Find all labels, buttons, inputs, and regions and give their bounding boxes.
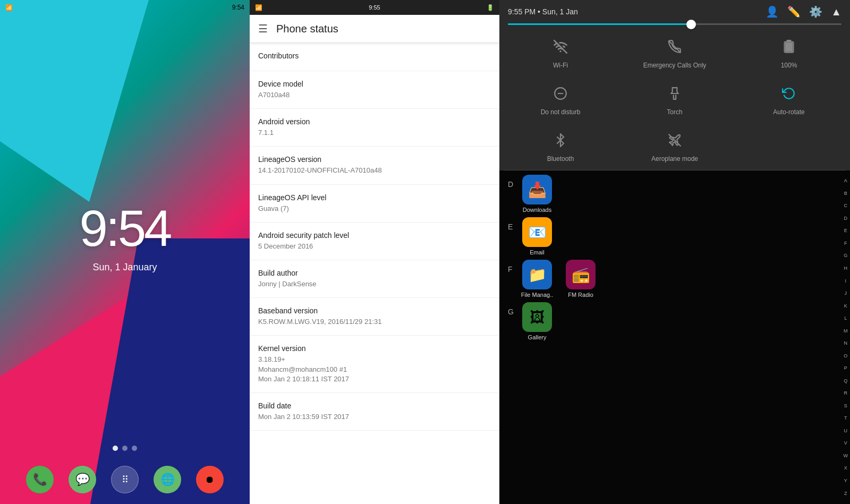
- alpha-Q[interactable]: Q: [844, 379, 847, 383]
- alpha-T[interactable]: T: [844, 416, 847, 421]
- alpha-Y[interactable]: Y: [844, 479, 847, 483]
- lock-dock: 📞 💬 ⠿ 🌐 ⏺: [26, 466, 224, 493]
- app-icon: 📥: [522, 175, 552, 204]
- qs-collapse-icon[interactable]: ▲: [831, 6, 842, 18]
- alpha-C[interactable]: C: [844, 203, 848, 208]
- wifi-icon: [554, 40, 567, 57]
- app-item[interactable]: 📧 Email: [518, 217, 556, 255]
- app-icon: 📻: [566, 260, 596, 289]
- app-section-F: F 📁 File Manag.. 📻 FM Radio: [508, 260, 842, 298]
- quick-settings-panel: 9:55 PM • Sun, 1 Jan 👤 ✏️ ⚙️ ▲ Wi-Fi Eme…: [499, 0, 850, 504]
- dock-messages[interactable]: 💬: [69, 466, 96, 493]
- status-item: Build author Jonny | DarkSense: [250, 260, 499, 298]
- status-item: Build date Mon Jan 2 10:13:59 IST 2017: [250, 393, 499, 431]
- alpha-L[interactable]: L: [844, 316, 847, 321]
- app-item[interactable]: 📻 FM Radio: [562, 260, 599, 298]
- qs-tiles-grid: Wi-Fi Emergency Calls Only 100% Do not d…: [499, 30, 850, 170]
- lock-dot-3: [132, 446, 137, 451]
- brightness-thumb[interactable]: [686, 20, 696, 29]
- alpha-E[interactable]: E: [844, 228, 847, 233]
- status-item-label: Kernel version: [258, 344, 491, 353]
- app-name: Email: [530, 249, 545, 255]
- status-item-label: Device model: [258, 80, 491, 88]
- bluetooth-icon: [554, 133, 567, 151]
- status-item-label: LineageOS API level: [258, 193, 491, 202]
- status-item-value: 7.1.1: [258, 128, 491, 138]
- bluetooth-label: Bluetooth: [547, 155, 574, 163]
- alpha-F[interactable]: F: [844, 241, 847, 246]
- app-name: File Manag..: [521, 292, 554, 298]
- dock-phone[interactable]: 📞: [26, 466, 54, 493]
- autorotate-label: Auto-rotate: [773, 108, 804, 116]
- alpha-U[interactable]: U: [844, 429, 848, 433]
- alpha-G[interactable]: G: [844, 253, 847, 258]
- alpha-O[interactable]: O: [844, 354, 847, 358]
- qs-tile-autorotate[interactable]: Auto-rotate: [732, 77, 846, 123]
- qs-settings-icon[interactable]: ⚙️: [809, 5, 822, 18]
- alpha-H[interactable]: H: [844, 266, 848, 271]
- qs-tile-aeroplane[interactable]: Aeroplane mode: [618, 124, 732, 170]
- brightness-slider-fill: [508, 23, 691, 25]
- status-item-label: Contributors: [258, 52, 491, 60]
- lock-geo-dark: [90, 238, 250, 504]
- status-item-value: 5 December 2016: [258, 242, 491, 251]
- alpha-Z[interactable]: Z: [844, 491, 847, 496]
- qs-tile-emergency[interactable]: Emergency Calls Only: [618, 30, 732, 76]
- alpha-J[interactable]: J: [845, 291, 847, 296]
- torch-label: Torch: [667, 108, 682, 116]
- alpha-A[interactable]: A: [844, 178, 847, 183]
- autorotate-icon: [782, 87, 796, 104]
- alpha-I[interactable]: I: [845, 279, 846, 284]
- dnd-label: Do not disturb: [541, 108, 581, 116]
- lock-geo-teal: [0, 0, 149, 202]
- alpha-bar: ABCDEFGHIJKLMNOPQRSTUVWXYZ: [844, 170, 848, 504]
- qs-tile-bluetooth[interactable]: Bluetooth: [504, 124, 617, 170]
- phone-status-title: Phone status: [276, 23, 338, 35]
- qs-tile-wifi[interactable]: Wi-Fi: [504, 30, 617, 76]
- dnd-icon: [554, 87, 567, 104]
- alpha-B[interactable]: B: [844, 191, 847, 196]
- torch-icon: [668, 87, 682, 104]
- alpha-P[interactable]: P: [844, 366, 847, 371]
- svg-rect-5: [785, 42, 793, 52]
- app-item[interactable]: 🖼 Gallery: [518, 302, 556, 340]
- phone-status-panel: 📶 9:55 🔋 ☰ Phone status Contributors Dev…: [250, 0, 499, 504]
- status-item-label: Android version: [258, 117, 491, 126]
- dock-browser[interactable]: 🌐: [154, 466, 181, 493]
- qs-brightness[interactable]: [499, 21, 850, 30]
- lock-status-left-icons: 📶: [5, 4, 13, 11]
- qs-edit-icon[interactable]: ✏️: [787, 5, 801, 18]
- aeroplane-icon: [668, 133, 682, 151]
- qs-header-icons: 👤 ✏️ ⚙️ ▲: [766, 5, 842, 18]
- qs-tile-torch[interactable]: Torch: [618, 77, 732, 123]
- app-item[interactable]: 📥 Downloads: [518, 175, 556, 213]
- alpha-N[interactable]: N: [844, 341, 848, 346]
- status-item-label: Baseband version: [258, 306, 491, 315]
- dock-apps[interactable]: ⠿: [111, 466, 139, 493]
- alpha-V[interactable]: V: [844, 441, 847, 446]
- status-item: Kernel version 3.18.19+ Mohancm@mohancm1…: [250, 336, 499, 393]
- qs-account-icon[interactable]: 👤: [766, 5, 779, 18]
- alpha-D[interactable]: D: [844, 216, 848, 221]
- topbar-status-icons-left: 📶: [255, 4, 262, 11]
- brightness-slider-track[interactable]: [508, 23, 842, 25]
- qs-tile-battery[interactable]: 100%: [732, 30, 846, 76]
- alpha-X[interactable]: X: [844, 466, 847, 471]
- lock-status-right: 9:54: [232, 4, 244, 11]
- signal-icon: 📶: [5, 4, 13, 11]
- alpha-K[interactable]: K: [844, 304, 847, 309]
- dock-record[interactable]: ⏺: [196, 466, 224, 493]
- status-item-label: Build date: [258, 402, 491, 410]
- alpha-W[interactable]: W: [844, 454, 848, 458]
- qs-tile-dnd[interactable]: Do not disturb: [504, 77, 617, 123]
- hamburger-menu-icon[interactable]: ☰: [258, 22, 268, 35]
- phone-status-topbar: 📶 9:55 🔋: [250, 0, 499, 15]
- app-item[interactable]: 📁 File Manag..: [518, 260, 556, 298]
- alpha-M[interactable]: M: [844, 329, 848, 334]
- alpha-S[interactable]: S: [844, 404, 847, 408]
- app-grid: 🖼 Gallery: [518, 302, 842, 340]
- phone-status-header: ☰ Phone status: [250, 15, 499, 43]
- topbar-battery-icon: 🔋: [487, 4, 494, 11]
- app-section-G: G 🖼 Gallery: [508, 302, 842, 340]
- alpha-R[interactable]: R: [844, 391, 848, 396]
